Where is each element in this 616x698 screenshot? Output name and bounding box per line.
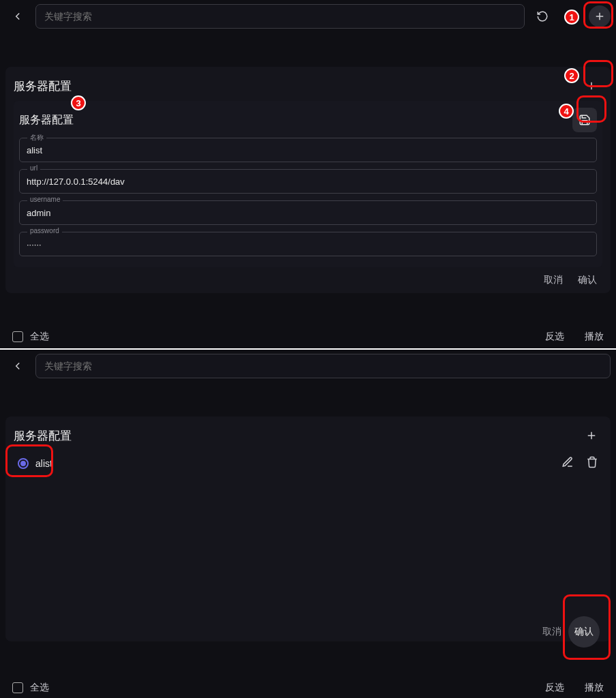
section-title: 服务器配置 (14, 428, 72, 444)
server-config-form: 服务器配置 名称 url username password (14, 101, 602, 267)
header (0, 0, 616, 33)
section-title: 服务器配置 (14, 78, 72, 94)
play-button[interactable]: 播放 (585, 682, 604, 694)
save-button[interactable] (572, 108, 597, 132)
footer: 全选 反选 播放 (0, 331, 616, 343)
panel-top: 服务器配置 服务器配置 名称 url (0, 0, 616, 348)
invert-selection-button[interactable]: 反选 (545, 331, 564, 343)
add-top-button[interactable] (589, 5, 611, 27)
add-server-button[interactable] (581, 75, 602, 97)
delete-server-button[interactable] (586, 456, 598, 470)
back-button[interactable] (7, 355, 29, 377)
play-button[interactable]: 播放 (585, 331, 604, 343)
confirm-button[interactable]: 确认 (578, 274, 597, 286)
footer: 全选 反选 播放 (0, 682, 616, 694)
server-radio[interactable] (18, 458, 29, 469)
server-config-section: 服务器配置 alist (5, 416, 611, 641)
field-username: username (19, 200, 597, 225)
cancel-button[interactable]: 取消 (542, 626, 561, 638)
name-input[interactable] (19, 138, 597, 162)
invert-selection-button[interactable]: 反选 (545, 682, 564, 694)
search-input[interactable] (35, 354, 611, 378)
dialog-actions: 取消 确认 (14, 267, 602, 286)
section-header: 服务器配置 (14, 75, 602, 97)
section-header: 服务器配置 (14, 425, 602, 446)
url-input[interactable] (19, 169, 597, 194)
select-all-label: 全选 (30, 331, 49, 343)
server-item-label: alist (35, 458, 52, 469)
add-server-button[interactable] (581, 425, 602, 446)
select-all-label: 全选 (30, 682, 49, 694)
password-input[interactable] (19, 232, 597, 256)
search-input[interactable] (35, 4, 525, 29)
cancel-button[interactable]: 取消 (544, 274, 563, 286)
field-password-label: password (27, 227, 62, 234)
field-name-label: 名称 (27, 133, 46, 142)
back-button[interactable] (7, 5, 29, 27)
confirm-button[interactable]: 确认 (568, 616, 600, 648)
panel-bottom: 服务器配置 alist 取消 确认 全选 (0, 350, 616, 698)
edit-server-button[interactable] (561, 456, 574, 470)
server-item[interactable]: alist (14, 451, 602, 476)
header (0, 350, 616, 382)
field-name: 名称 (19, 138, 597, 162)
server-item-actions (561, 456, 598, 470)
field-url: url (19, 169, 597, 194)
field-password: password (19, 232, 597, 256)
select-all-checkbox[interactable] (12, 682, 23, 693)
server-config-section: 服务器配置 服务器配置 名称 url (5, 67, 611, 293)
field-url-label: url (27, 164, 40, 172)
filter-button[interactable] (560, 5, 582, 27)
select-all-checkbox[interactable] (12, 331, 23, 342)
username-input[interactable] (19, 200, 597, 225)
form-title: 服务器配置 (19, 113, 74, 127)
confirm-label: 确认 (574, 626, 594, 638)
field-username-label: username (27, 196, 63, 203)
refresh-button[interactable] (532, 5, 553, 27)
